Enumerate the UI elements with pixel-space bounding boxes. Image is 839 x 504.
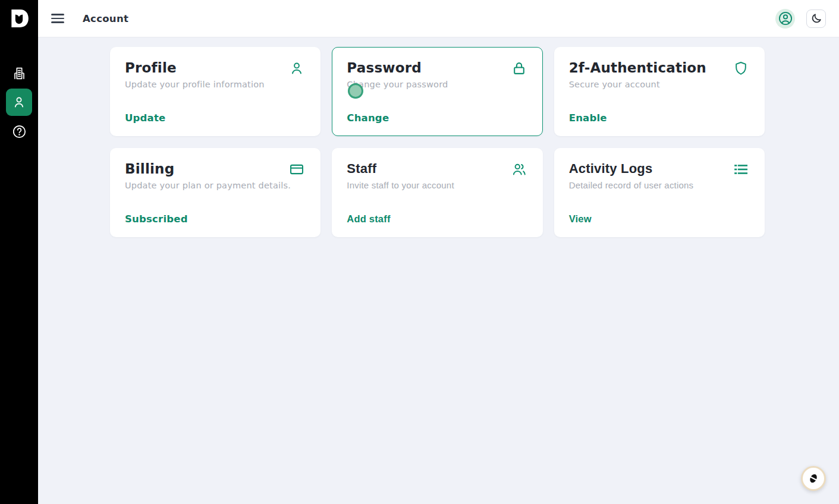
dark-mode-toggle-button[interactable] (806, 10, 826, 28)
user-icon (289, 61, 304, 76)
topbar-actions (775, 9, 826, 29)
sidebar-item-account[interactable] (6, 89, 32, 116)
card-profile: Profile Update your profile information … (110, 47, 320, 136)
activity-view-link[interactable]: View (569, 213, 592, 225)
hamburger-icon (51, 14, 64, 15)
support-widget-icon (807, 472, 820, 485)
card-activity-logs: Activity Logs Detailed record of user ac… (554, 148, 765, 237)
card-title: Password (347, 59, 422, 77)
staff-add-link[interactable]: Add staff (347, 213, 390, 225)
2fa-enable-link[interactable]: Enable (569, 112, 607, 124)
card-title: 2f-Authentication (569, 59, 706, 77)
sidebar (0, 0, 38, 504)
card-staff: Staff Invite staff to your account Add s… (332, 148, 542, 237)
menu-toggle-button[interactable] (51, 14, 64, 23)
profile-update-link[interactable]: Update (125, 112, 165, 124)
building-icon (12, 66, 27, 81)
card-description: Update your profile information (125, 80, 306, 89)
password-change-link[interactable]: Change (347, 112, 389, 124)
users-icon (511, 162, 527, 177)
help-circle-icon (12, 124, 27, 139)
moon-icon (810, 12, 822, 24)
card-title: Activity Logs (569, 160, 653, 177)
page-title: Account (83, 13, 128, 24)
account-cards-grid: Profile Update your profile information … (110, 47, 765, 237)
card-title: Profile (125, 59, 177, 77)
card-description: Detailed record of user actions (569, 180, 750, 190)
lock-icon (511, 61, 527, 76)
account-avatar-button[interactable] (775, 9, 795, 29)
card-title: Billing (125, 160, 174, 178)
sidebar-item-help[interactable] (6, 118, 32, 144)
card-description: Change your password (347, 80, 527, 89)
card-description: Update your plan or payment details. (125, 181, 306, 190)
sidebar-item-properties[interactable] (6, 60, 32, 86)
support-widget-button[interactable] (801, 466, 826, 491)
card-2f-authentication: 2f-Authentication Secure your account En… (554, 47, 765, 136)
topbar: Account (38, 0, 839, 37)
card-description: Secure your account (569, 80, 750, 89)
user-icon (12, 95, 26, 109)
shield-icon (733, 61, 749, 76)
brand-logo[interactable] (7, 7, 31, 30)
circle-user-icon (778, 11, 793, 26)
sidebar-nav (6, 30, 32, 144)
list-icon (733, 162, 749, 177)
card-billing: Billing Update your plan or payment deta… (110, 148, 320, 237)
card-title: Staff (347, 160, 376, 177)
cursor-indicator (348, 83, 363, 99)
card-description: Invite staff to your account (347, 180, 527, 190)
billing-subscribed-link[interactable]: Subscribed (125, 213, 188, 225)
credit-card-icon (289, 162, 304, 177)
card-password: Password Change your password Change (332, 47, 542, 136)
